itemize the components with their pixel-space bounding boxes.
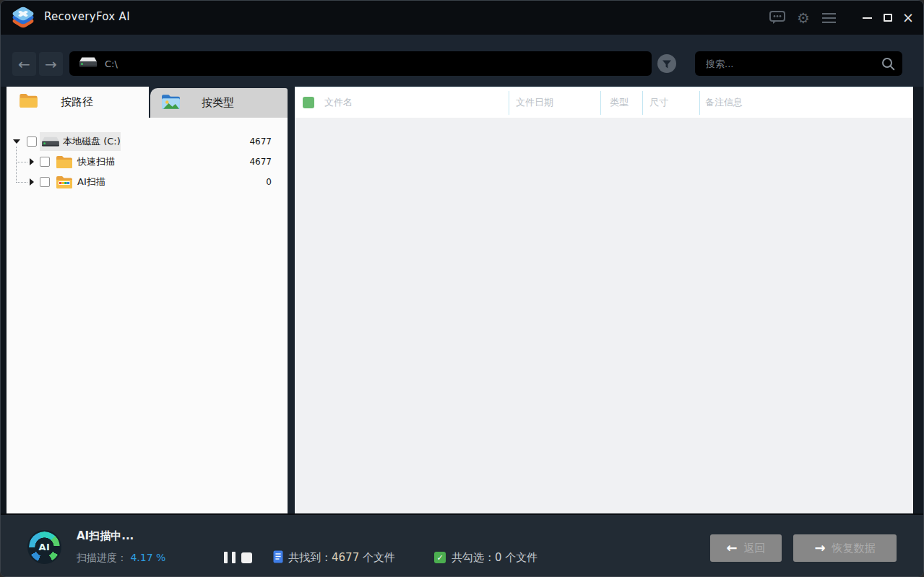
- tree-row-local-disk[interactable]: 本地磁盘 (C:) 4677: [7, 131, 288, 152]
- found-number: 4677: [332, 551, 359, 564]
- drive-icon: [41, 136, 60, 151]
- found-count: 共找到：4677 个文件: [288, 551, 395, 565]
- menu-hamburger-icon[interactable]: [819, 1, 838, 35]
- column-type[interactable]: 类型: [610, 87, 629, 118]
- ai-folder-icon: [56, 175, 73, 192]
- forward-nav-button[interactable]: →: [39, 52, 63, 76]
- back-arrow-icon: ←: [726, 542, 737, 555]
- file-list-panel: 文件名 文件日期 类型 尺寸 备注信息: [295, 87, 913, 513]
- filter-funnel-icon[interactable]: [657, 54, 676, 73]
- document-icon: [273, 550, 283, 566]
- collapse-arrow-icon[interactable]: [13, 139, 20, 144]
- tab-by-path[interactable]: 按路径: [7, 87, 149, 118]
- status-bar: AI AI扫描中... 扫描进度： 4.17 % 共找到：4677 个文件 ✓ …: [1, 513, 923, 577]
- file-list-header: 文件名 文件日期 类型 尺寸 备注信息: [295, 87, 913, 118]
- right-edge-strip: [913, 87, 923, 513]
- column-size[interactable]: 尺寸: [649, 87, 668, 118]
- tree-checkbox[interactable]: [40, 177, 50, 187]
- app-logo-icon: [9, 5, 37, 31]
- path-field[interactable]: C:\: [69, 51, 652, 76]
- search-box: [695, 51, 902, 76]
- ai-scan-logo: AI: [27, 530, 61, 564]
- tab-by-type-label: 按类型: [202, 96, 234, 110]
- content-area: 按路径 按类型: [1, 87, 923, 513]
- recover-arrow-icon: →: [814, 542, 825, 555]
- back-button-label: 返回: [744, 542, 766, 555]
- back-nav-button[interactable]: ←: [12, 52, 36, 76]
- tree-item-label: AI扫描: [77, 172, 105, 192]
- recover-data-button[interactable]: → 恢复数据: [793, 534, 897, 562]
- tree-item-count: 4677: [249, 152, 272, 172]
- folder-icon: [19, 93, 38, 111]
- drive-icon: [79, 56, 98, 72]
- expand-arrow-icon[interactable]: [30, 178, 34, 186]
- close-button[interactable]: ×: [899, 1, 917, 35]
- tree-row-ai-scan[interactable]: AI扫描 0: [7, 172, 288, 192]
- tree-checkbox[interactable]: [27, 136, 37, 147]
- checked-suffix: 个文件: [502, 551, 538, 564]
- search-input[interactable]: [695, 51, 902, 76]
- tree-checkbox[interactable]: [40, 157, 50, 167]
- checked-label: 共勾选：: [452, 551, 495, 564]
- checked-number: 0: [495, 551, 502, 564]
- title-bar: RecoveryFox AI ⚙ ×: [1, 1, 923, 35]
- column-note[interactable]: 备注信息: [705, 87, 743, 118]
- settings-gear-icon[interactable]: ⚙: [794, 1, 813, 35]
- stop-button[interactable]: [241, 552, 252, 563]
- file-list-body: [295, 118, 913, 513]
- tab-by-path-label: 按路径: [61, 95, 93, 109]
- sidebar: 按路径 按类型: [7, 87, 288, 513]
- tree-item-count: 4677: [249, 131, 272, 152]
- app-title: RecoveryFox AI: [44, 10, 130, 23]
- navigation-toolbar: ← → C:\: [1, 35, 923, 87]
- column-separator[interactable]: [699, 91, 700, 115]
- tree-item-label: 快速扫描: [77, 152, 115, 172]
- path-value: C:\: [105, 58, 118, 69]
- maximize-button[interactable]: [878, 1, 897, 35]
- progress-value: 4.17 %: [130, 552, 165, 563]
- tree-item-label: 本地磁盘 (C:): [63, 131, 121, 152]
- column-separator[interactable]: [509, 91, 509, 115]
- column-separator[interactable]: [642, 91, 643, 115]
- progress-label: 扫描进度：: [77, 552, 127, 563]
- checked-count: 共勾选：0 个文件: [452, 551, 537, 565]
- feedback-chat-icon[interactable]: [768, 1, 787, 35]
- minimize-button[interactable]: [858, 1, 876, 35]
- select-all-checkbox[interactable]: [303, 97, 314, 108]
- expand-arrow-icon[interactable]: [30, 158, 34, 165]
- found-label: 共找到：: [288, 551, 332, 564]
- panel-divider[interactable]: [288, 87, 295, 513]
- column-separator[interactable]: [600, 91, 601, 115]
- app-window: RecoveryFox AI ⚙ × ← →: [0, 0, 924, 577]
- tab-by-type[interactable]: 按类型: [150, 88, 288, 118]
- folder-icon: [56, 155, 73, 172]
- picture-folder-icon: [161, 94, 181, 113]
- scan-progress: 扫描进度： 4.17 %: [77, 552, 165, 565]
- checked-checkbox-icon: ✓: [434, 552, 446, 563]
- column-filedate[interactable]: 文件日期: [516, 87, 553, 118]
- column-filename[interactable]: 文件名: [324, 87, 353, 118]
- found-suffix: 个文件: [359, 551, 395, 564]
- tree-row-quick-scan[interactable]: 快速扫描 4677: [7, 152, 288, 172]
- sidebar-tabbar: 按路径 按类型: [7, 87, 288, 118]
- search-icon: [881, 57, 895, 74]
- tree-item-count: 0: [266, 172, 272, 192]
- scan-status-title: AI扫描中...: [77, 529, 134, 543]
- recover-button-label: 恢复数据: [832, 542, 876, 555]
- back-button[interactable]: ← 返回: [710, 534, 782, 562]
- scan-result-tree: 本地磁盘 (C:) 4677 快速扫描 4677: [7, 118, 288, 513]
- left-edge-strip: [1, 87, 7, 513]
- pause-button[interactable]: [224, 552, 236, 563]
